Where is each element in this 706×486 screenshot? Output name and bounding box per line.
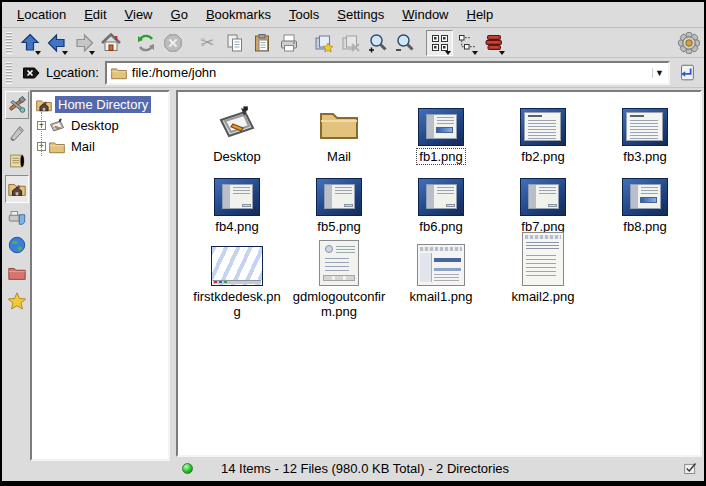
file-item-desktop[interactable]: Desktop [186,100,288,164]
go-enter-icon [677,63,697,83]
mark-view-checkbox-icon[interactable] [683,461,698,476]
file-item-kmail2[interactable]: kmail2.png [492,230,594,319]
menu-edit[interactable]: Edit [75,4,115,25]
zoom-out-button[interactable] [391,30,418,56]
file-item-fb7[interactable]: fb7.png [492,170,594,234]
tree-item-home-directory[interactable]: Home Directory [34,94,168,115]
file-item-kmail1[interactable]: kmail1.png [390,240,492,319]
menu-window[interactable]: Window [393,4,457,25]
clear-location-button[interactable] [20,60,42,86]
menu-help[interactable]: Help [458,4,503,25]
file-label: fb1.png [417,149,464,164]
sidebar-configure-button[interactable] [5,91,29,119]
icon-view-button[interactable] [426,30,453,56]
sidebar-tab-bookmarks[interactable] [5,287,29,315]
bookmarks-star-icon [7,291,27,311]
services-icon [7,207,27,227]
file-label: fb5.png [315,219,362,234]
file-item-firstkdedesk[interactable]: firstkdedesk.png [186,240,288,319]
sidebar-tab-pen[interactable] [5,119,29,147]
desktop-icon [48,117,66,135]
file-item-fb1[interactable]: fb1.png [390,100,492,164]
view-active-led-icon [182,463,193,474]
menu-bookmarks[interactable]: Bookmarks [197,4,280,25]
konqueror-window: Location Edit View Go Bookmarks Tools Se… [0,0,706,486]
kde-logo [675,30,702,56]
image-thumbnail [319,240,359,286]
sidebar-tab-history[interactable] [5,147,29,175]
stop-icon [163,33,183,53]
sidebar-tab-home-directory[interactable] [5,175,29,203]
detail-view-button[interactable] [480,30,507,56]
folder-icon [317,102,361,146]
menu-settings[interactable]: Settings [328,4,393,25]
file-label: fb3.png [621,149,668,164]
copy-icon [224,32,246,54]
menu-view[interactable]: View [116,4,162,25]
home-folder-icon [7,179,27,199]
main-area: Home Directory + Desktop + Mail Desktop [2,88,704,481]
forward-button[interactable] [70,30,97,56]
file-item-fb8[interactable]: fb8.png [594,170,696,234]
location-combobox[interactable]: file:/home/john ▼ [105,61,670,85]
image-thumbnail [211,246,263,286]
toolbar-drag-handle[interactable] [6,32,12,54]
back-button[interactable] [43,30,70,56]
stop-button[interactable] [159,30,186,56]
file-item-fb4[interactable]: fb4.png [186,170,288,234]
status-text: 14 Items - 12 Files (980.0 KB Total) - 2… [221,461,673,476]
locbar-drag-handle[interactable] [6,62,12,84]
file-item-mail[interactable]: Mail [288,100,390,164]
location-dropdown-arrow[interactable]: ▼ [652,68,666,78]
tree-item-desktop[interactable]: + Desktop [34,115,168,136]
network-globe-icon [7,235,27,255]
folder-icon [48,138,66,156]
image-thumbnail [622,178,668,216]
zoom-in-button[interactable] [364,30,391,56]
cut-button[interactable]: ✂ [194,30,221,56]
paste-button[interactable] [248,30,275,56]
location-input[interactable]: file:/home/john [132,65,652,80]
tree-item-label: Mail [68,138,98,155]
file-item-fb6[interactable]: fb6.png [390,170,492,234]
copy-button[interactable] [221,30,248,56]
main-toolbar: ✂ [2,28,704,58]
menu-bar: Location Edit View Go Bookmarks Tools Se… [2,2,704,28]
file-item-fb2[interactable]: fb2.png [492,100,594,164]
tree-item-mail[interactable]: + Mail [34,136,168,157]
go-button[interactable] [674,60,700,86]
menu-location[interactable]: Location [8,4,75,25]
print-icon [278,32,300,54]
file-label: fb4.png [213,219,260,234]
file-label: fb2.png [519,149,566,164]
up-dropdown-arrow [35,51,41,55]
file-label: gdmlogoutconfirm.png [290,289,388,319]
location-toolbar: Location: file:/home/john ▼ [2,58,704,88]
file-item-gdmlogoutconfirm[interactable]: gdmlogoutconfirm.png [288,240,390,319]
file-item-fb3[interactable]: fb3.png [594,100,696,164]
file-item-fb5[interactable]: fb5.png [288,170,390,234]
menu-go[interactable]: Go [162,4,197,25]
sidebar-tab-services[interactable] [5,203,29,231]
toolbox-icon [7,95,27,115]
tree-view-button[interactable] [453,30,480,56]
image-effects-off-button[interactable] [337,30,364,56]
kde-gear-icon [677,31,701,55]
clear-location-icon [22,65,40,81]
sidebar-tab-root-folder[interactable] [5,259,29,287]
reload-button[interactable] [132,30,159,56]
sidebar-tab-network[interactable] [5,231,29,259]
sidebar-tree-panel: Home Directory + Desktop + Mail [30,90,170,461]
home-icon [100,32,122,54]
home-button[interactable] [97,30,124,56]
file-label: kmail2.png [510,289,577,304]
folder-icon [110,64,128,82]
file-label: firstkdedesk.png [188,289,286,319]
menu-tools[interactable]: Tools [280,4,328,25]
location-label: Location: [46,65,99,80]
up-button[interactable] [16,30,43,56]
image-effects-button[interactable] [310,30,337,56]
print-button[interactable] [275,30,302,56]
image-thumbnail [214,178,260,216]
file-icon-view[interactable]: Desktop Mail fb1.png fb2.png [176,90,702,457]
